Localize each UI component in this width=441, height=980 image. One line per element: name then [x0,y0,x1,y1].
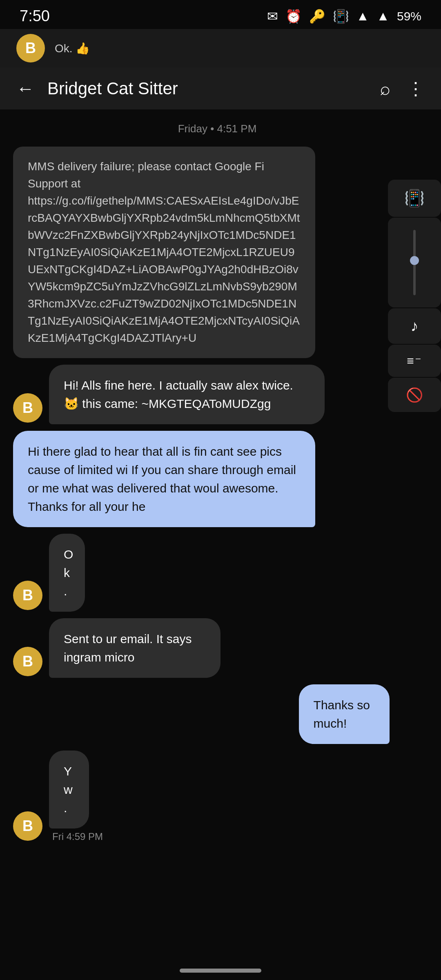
message-timestamp: Fri 4:59 PM [49,831,103,842]
page-title: Bridget Cat Sitter [47,79,367,98]
message-col: Hi there glad to hear that all is fin ca… [13,431,421,527]
list-item: Thanks so much! [13,684,421,744]
incoming-bubble: Hi! Alls fine here. I actually saw alex … [49,365,325,424]
date-label: Friday • 4:51 PM [13,122,421,135]
avatar: B [13,647,42,676]
wifi-icon: ▲ [356,9,370,24]
avatar: B [13,811,42,841]
message-col: Yw. Fri 4:59 PM [49,751,103,842]
prev-chat-preview: Ok. 👍 [55,42,90,55]
list-item: B Hi! Alls fine here. I actually saw ale… [13,365,421,424]
vibrate-overlay-icon: 📳 [404,189,425,208]
status-time: 7:50 [20,7,50,25]
signal-icon: ▲ [376,9,390,24]
table-row: MMS delivery failure; please contact Goo… [13,147,421,358]
volume-track[interactable] [413,230,416,295]
subtitle-icon: 🚫 [406,387,423,403]
outgoing-bubble: Hi there glad to hear that all is fin ca… [13,431,315,527]
incoming-bubble: Ok. [49,534,85,612]
equalizer-icon: ≡⁻ [407,354,422,368]
music-note-icon: ♪ [411,317,419,335]
chat-body: Friday • 4:51 PM MMS delivery failure; p… [0,109,441,851]
message-text: Hi there glad to hear that all is fin ca… [28,445,296,513]
volume-thumb[interactable] [410,256,419,265]
message-text: Yw. [64,764,73,815]
back-button[interactable]: ← [13,75,38,102]
list-item: B Sent to ur email. It says ingram micro [13,618,421,678]
avatar: B [13,393,42,423]
alarm-icon: ⏰ [285,9,302,24]
gmail-icon: ✉ [267,9,278,24]
message-col: Hi! Alls fine here. I actually saw alex … [49,365,421,424]
key-icon: 🔑 [309,9,325,24]
vibrate-overlay-btn[interactable]: 📳 [388,180,441,217]
subtitle-overlay-btn[interactable]: 🚫 [388,378,441,412]
avatar: B [13,581,42,610]
list-item: Hi there glad to hear that all is fin ca… [13,431,421,527]
music-overlay-btn[interactable]: ♪ [388,308,441,344]
search-button[interactable]: ⌕ [376,75,394,102]
vibrate-icon: 📳 [333,9,349,24]
overlay-panel: 📳 ♪ ≡⁻ 🚫 [388,180,441,412]
eq-overlay-btn[interactable]: ≡⁻ [388,345,441,377]
system-message-bubble: MMS delivery failure; please contact Goo… [13,147,315,358]
status-icons: ✉ ⏰ 🔑 📳 ▲ ▲ 59% [267,9,421,24]
more-options-button[interactable]: ⋮ [403,75,428,102]
incoming-bubble: Yw. [49,751,89,829]
message-col: Thanks so much! [299,684,421,744]
status-bar: 7:50 ✉ ⏰ 🔑 📳 ▲ ▲ 59% [0,0,441,29]
message-text: Thanks so much! [314,698,370,730]
battery-indicator: 59% [397,9,421,23]
prev-chat-bar[interactable]: B Ok. 👍 [0,29,441,67]
list-item: B Ok. [13,534,421,612]
volume-slider-container[interactable] [388,218,441,307]
toolbar: ← Bridget Cat Sitter ⌕ ⋮ [0,67,441,109]
incoming-bubble: Sent to ur email. It says ingram micro [49,618,220,678]
message-col: Ok. [49,534,98,612]
message-col: Sent to ur email. It says ingram micro [49,618,281,678]
outgoing-bubble: Thanks so much! [299,684,390,744]
system-message-text: MMS delivery failure; please contact Goo… [28,160,300,344]
message-text: Hi! Alls fine here. I actually saw alex … [64,379,293,410]
list-item: B Yw. Fri 4:59 PM [13,751,421,842]
message-text: Ok. [64,548,73,598]
home-indicator[interactable] [180,969,261,973]
message-text: Sent to ur email. It says ingram micro [64,632,192,664]
prev-avatar: B [16,34,45,62]
